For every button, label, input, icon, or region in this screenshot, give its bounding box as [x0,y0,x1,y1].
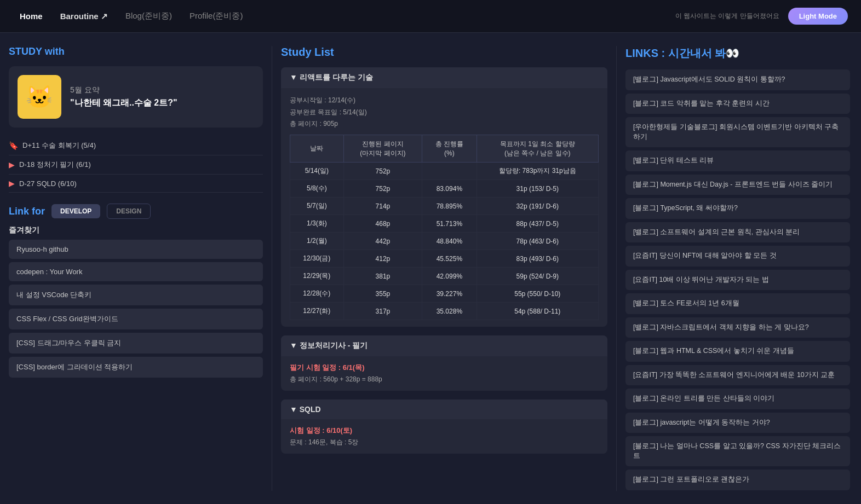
cat-avatar: 🐱 [18,75,61,119]
todo-item-2: ▶ D-27 SQLD (6/10) [9,175,263,193]
cell-page: 381p [343,268,422,285]
cell-progress: 35.028% [422,303,477,320]
cell-page: 442p [343,233,422,250]
cell-target: 32p (191/ D-6) [477,198,598,215]
study-card-info: 5월 요약 "나한테 왜그래..수술 2트?" [70,85,177,109]
link-item[interactable]: [블로그] 코드 악취를 맡는 후각 훈련의 시간 [625,94,850,114]
cell-page: 714p [343,198,422,215]
info-exam-date: 필기 시험 일정 : 6/1(목) [290,363,599,373]
link-item[interactable]: [블로그] TypeScript, 왜 써야할까? [625,198,850,219]
todo-text-0: D+11 수술 회복기 (5/4) [22,141,96,150]
cell-date: 12/30(금) [290,250,344,268]
fav-item-0[interactable]: Ryusoo-h github [9,240,263,259]
table-row: 5/8(수) 752p 83.094% 31p (153/ D-5) [290,180,599,198]
link-item[interactable]: [요즘IT] 10배 이상 뛰어난 개발자가 되는 법 [625,270,850,291]
cell-progress: 39.227% [422,285,477,303]
middle-column: Study List ▼ 리액트를 다루는 기술 공부시작일 : 12/14(수… [272,46,617,491]
link-item[interactable]: [우아한형제들 기술블로그] 회원시스템 이벤트기반 아키텍처 구축하기 [625,117,850,147]
sqld-section: ▼ SQLD 시험 일정 : 6/10(토) 문제 : 146문, 복습 : 5… [281,399,607,454]
cell-page: 468p [343,215,422,233]
bookmark-icon: 🔖 [9,141,18,150]
link-item[interactable]: [요즘IT] 가장 똑똑한 소프트웨어 엔지니어에게 배운 10가지 교훈 [625,365,850,386]
table-row: 5/14(일) 752p 할당량: 783p까지 31p남음 [290,163,599,180]
cell-page: 752p [343,163,422,180]
info-section-body: 필기 시험 일정 : 6/1(목) 총 페이지 : 560p + 328p = … [281,356,607,391]
th-page: 진행된 페이지(마지막 페이지) [343,135,422,163]
cell-progress: 78.895% [422,198,477,215]
fav-item-5[interactable]: [CSS] border에 그라데이션 적용하기 [9,357,263,378]
cell-page: 412p [343,250,422,268]
cell-target: 59p (524/ D-9) [477,268,598,285]
cell-target: 88p (437/ D-5) [477,215,598,233]
nav-home[interactable]: Home [13,7,49,25]
fav-item-2[interactable]: 내 설정 VSCode 단축키 [9,285,263,305]
nav-info-text: 이 웹사이트는 이렇게 만들어졌어요 [675,11,779,21]
cell-target: 31p (153/ D-5) [477,180,598,198]
nav-profile[interactable]: Profile(준비중) [183,7,250,26]
sqld-section-header[interactable]: ▼ SQLD [281,399,607,419]
cell-date: 5/8(수) [290,180,344,198]
tab-design[interactable]: DESIGN [107,204,151,219]
link-item[interactable]: [블로그] 웹과 HTML & CSS에서 놓치기 쉬운 개념들 [625,341,850,362]
cell-progress: 51.713% [422,215,477,233]
cell-date: 12/27(화) [290,303,344,320]
link-item[interactable]: [밸로그] 자바스크립트에서 객체 지향을 하는 게 맞나요? [625,317,850,338]
cell-progress [422,163,477,180]
link-item[interactable]: [밸로그] Javascript에서도 SOLID 원칙이 통할까? [625,69,850,90]
cell-page: 317p [343,303,422,320]
cell-page: 355p [343,285,422,303]
react-section: ▼ 리액트를 다루는 기술 공부시작일 : 12/14(수) 공부완료 목표일 … [281,67,607,327]
nav-right: 이 웹사이트는 이렇게 만들어졌어요 Light Mode [675,8,848,25]
info-note: 총 페이지 : 560p + 328p = 888p [290,375,599,384]
cell-date: 5/7(일) [290,198,344,215]
table-row: 12/27(화) 317p 35.028% 54p (588/ D-11) [290,303,599,320]
todo-text-2: D-27 SQLD (6/10) [19,179,77,188]
navbar: Home Baroutine ↗ Blog(준비중) Profile(준비중) … [0,0,861,33]
left-column: STUDY with 🐱 5월 요약 "나한테 왜그래..수술 2트?" 🔖 D… [9,46,272,491]
nav-baroutine[interactable]: Baroutine ↗ [54,7,114,26]
cell-date: 12/28(수) [290,285,344,303]
study-card: 🐱 5월 요약 "나한테 왜그래..수술 2트?" [9,66,263,128]
link-item[interactable]: [블로그] 나는 얼마나 CSS를 알고 있을까? CSS 자가진단 체크리스트 [625,436,850,466]
link-item[interactable]: [블로그] javascript는 어떻게 동작하는 거야? [625,413,850,433]
right-column: LINKS : 시간내서 봐👀 [밸로그] Javascript에서도 SOLI… [617,46,852,491]
cell-target: 83p (493/ D-6) [477,250,598,268]
fav-item-4[interactable]: [CSS] 드래그/마우스 우클릭 금지 [9,333,263,354]
react-meta: 공부시작일 : 12/14(수) 공부완료 목표일 : 5/14(일) 총 페이… [290,95,599,130]
th-target: 목표까지 1일 최소 할당량(남은 쪽수 / 남은 일수) [477,135,598,163]
link-item[interactable]: [밸로그] 소프트웨어 설계의 근본 원칙, 관심사의 분리 [625,222,850,243]
nav-blog[interactable]: Blog(준비중) [119,7,179,26]
cell-progress: 45.525% [422,250,477,268]
table-row: 1/3(화) 468p 51.713% 88p (437/ D-5) [290,215,599,233]
link-item[interactable]: [블로그] 온라인 트리를 만든 산타들의 이야기 [625,389,850,409]
cell-date: 12/29(목) [290,268,344,285]
react-section-header[interactable]: ▼ 리액트를 다루는 기술 [281,67,607,88]
fav-item-1[interactable]: codepen : Your Work [9,262,263,281]
link-item[interactable]: [밸로그] 토스 FE로서의 1년 6개월 [625,293,850,314]
cell-date: 1/3(화) [290,215,344,233]
play-icon-2: ▶ [9,179,15,188]
table-row: 5/7(일) 714p 78.895% 32p (191/ D-6) [290,198,599,215]
card-title: "나한테 왜그래..수술 2트?" [70,97,177,109]
cell-progress: 48.840% [422,233,477,250]
tab-develop[interactable]: DEVELOP [51,204,100,218]
favorites-title: 즐겨찾기 [9,225,263,235]
link-item[interactable]: [밸로그] 단위 테스트 리뷰 [625,150,850,171]
links-scroll: [밸로그] Javascript에서도 SOLID 원칙이 통할까?[블로그] … [625,69,852,490]
react-table: 날짜 진행된 페이지(마지막 페이지) 총 진행률(%) 목표까지 1일 최소 … [290,135,599,321]
link-item[interactable]: [요즘IT] 당신이 NFT에 대해 알아야 할 모든 것 [625,246,850,267]
cell-progress: 83.094% [422,180,477,198]
left-section-title: STUDY with [9,46,263,57]
table-row: 12/30(금) 412p 45.525% 83p (493/ D-6) [290,250,599,268]
link-item[interactable]: [블로그] Moment.js 대신 Day.js - 프론트엔드 번들 사이즈… [625,175,850,195]
cell-target: 78p (463/ D-6) [477,233,598,250]
link-item[interactable]: [블로그] 그런 포트폴리오로 괜찮은가 [625,470,850,490]
study-list-title: Study List [281,46,607,59]
cell-target: 54p (588/ D-11) [477,303,598,320]
fav-item-3[interactable]: CSS Flex / CSS Grid완벽가이드 [9,309,263,329]
main-container: STUDY with 🐱 5월 요약 "나한테 왜그래..수술 2트?" 🔖 D… [0,33,861,504]
todo-item-1: ▶ D-18 정처기 필기 (6/1) [9,155,263,175]
light-mode-button[interactable]: Light Mode [788,8,848,25]
cell-date: 5/14(일) [290,163,344,180]
info-section-header[interactable]: ▼ 정보처리기사 - 필기 [281,335,607,356]
